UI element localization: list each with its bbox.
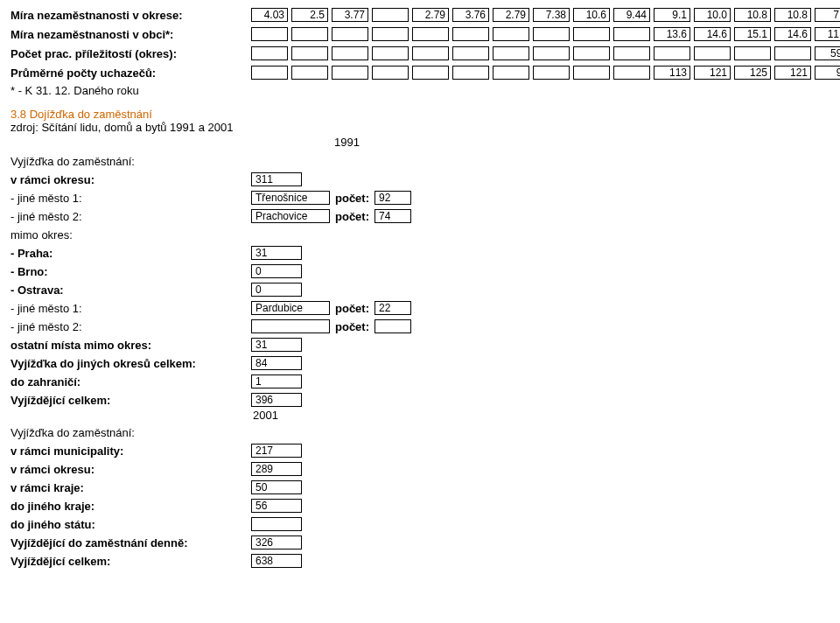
jine1-label: - jiné město 1: <box>10 192 251 205</box>
hdr-label-3: Průměrné počty uchazečů: <box>10 66 251 80</box>
year-2001: 2001 <box>253 409 278 422</box>
brno-label: - Brno: <box>10 265 251 278</box>
hdr-cells-0: 4.03 2.5 3.77 2.79 3.76 2.79 7.38 10.6 9… <box>251 8 840 22</box>
jineo1-txt: Pardubice <box>251 301 330 315</box>
hdr-cells-1: 13.6 14.6 15.1 14.6 11.1 12.4 <box>251 27 840 41</box>
footnote: * - K 31. 12. Daného roku <box>10 84 830 97</box>
pocet-label: počet: <box>335 192 369 205</box>
cell <box>251 46 288 60</box>
jstat-val <box>251 517 302 531</box>
cell <box>493 27 529 41</box>
mimo-label: mimo okres: <box>10 228 251 242</box>
hdr-cells-2: 592 1051 <box>251 46 840 60</box>
jineo2-label: - jiné město 2: <box>10 320 251 333</box>
ostrava-val: 0 <box>251 283 302 297</box>
cell <box>372 27 409 41</box>
jine2-txt: Prachovice <box>251 209 330 223</box>
cell: 10.6 <box>573 8 610 22</box>
cell <box>654 46 690 60</box>
cell <box>332 46 368 60</box>
mun-label: v rámci municipality: <box>10 444 251 458</box>
cell: 10.0 <box>694 8 731 22</box>
cell <box>291 46 328 60</box>
cell: 7.38 <box>533 8 570 22</box>
okres-val: 311 <box>251 172 302 186</box>
jkraj-val: 56 <box>251 499 302 513</box>
cell <box>251 27 288 41</box>
den-label: Vyjíždějící do zaměstnání denně: <box>10 536 251 550</box>
cell: 14.6 <box>694 27 731 41</box>
cell <box>533 46 570 60</box>
hdr-label-2: Počet prac. příležitostí (okres): <box>10 47 251 60</box>
zahr-label: do zahraničí: <box>10 375 251 388</box>
hdr-cells-3: 113 121 125 121 92 103 <box>251 66 840 80</box>
cell <box>533 27 570 41</box>
cell <box>613 66 650 80</box>
cell: 3.76 <box>452 8 489 22</box>
ostatni-val: 31 <box>251 338 302 352</box>
celkem2-label: Vyjíždějící celkem: <box>10 555 251 568</box>
jineo2-cnt <box>374 319 411 333</box>
praha-label: - Praha: <box>10 247 251 260</box>
jine2-label: - jiné město 2: <box>10 210 251 223</box>
den-val: 326 <box>251 536 302 550</box>
cell <box>412 66 449 80</box>
cell: 121 <box>694 66 731 80</box>
zahr-val: 1 <box>251 374 302 388</box>
cell: 3.77 <box>332 8 368 22</box>
okr-label: v rámci okresu: <box>10 463 251 476</box>
section-source: zdroj: Sčítání lidu, domů a bytů 1991 a … <box>10 121 233 134</box>
jkraj-label: do jiného kraje: <box>10 500 251 513</box>
mun-val: 217 <box>251 444 302 458</box>
jineo1-label: - jiné město 1: <box>10 302 251 315</box>
hdr-label-1: Míra nezaměstnanosti v obci*: <box>10 28 251 41</box>
cell <box>251 66 288 80</box>
cell <box>372 8 409 22</box>
cell <box>573 27 610 41</box>
cell <box>291 27 328 41</box>
cell <box>412 27 449 41</box>
cell <box>412 46 449 60</box>
cell <box>452 66 489 80</box>
praha-val: 31 <box>251 246 302 260</box>
sublabel-2001: Vyjížďka do zaměstnání: <box>10 426 251 439</box>
jineokr-label: Vyjížďka do jiných okresů celkem: <box>10 357 251 370</box>
celkem2-val: 638 <box>251 554 302 568</box>
hdr-label-0: Míra nezaměstnanosti v okrese: <box>10 9 251 22</box>
cell <box>613 46 650 60</box>
jineo1-cnt: 22 <box>374 301 411 315</box>
cell <box>533 66 570 80</box>
cell <box>291 66 328 80</box>
jine1-cnt: 92 <box>374 191 411 205</box>
cell: 9.1 <box>654 8 690 22</box>
header-row-1: Míra nezaměstnanosti v obci*: 13.6 14.6 … <box>10 26 830 42</box>
section-title: 3.8 Dojížďka do zaměstnání <box>10 108 152 121</box>
cell <box>774 46 811 60</box>
cell <box>493 46 529 60</box>
cell: 121 <box>774 66 811 80</box>
ostatni-label: ostatní místa mimo okres: <box>10 339 251 352</box>
kraj-val: 50 <box>251 480 302 494</box>
cell: 125 <box>734 66 771 80</box>
jstat-label: do jiného státu: <box>10 518 251 531</box>
cell: 15.1 <box>734 27 771 41</box>
cell <box>734 46 771 60</box>
header-row-3: Průměrné počty uchazečů: 113 121 125 121… <box>10 65 830 80</box>
section-header: 3.8 Dojížďka do zaměstnání zdroj: Sčítán… <box>10 108 830 134</box>
jineokr-val: 84 <box>251 356 302 370</box>
cell: 10.8 <box>734 8 771 22</box>
cell <box>573 46 610 60</box>
cell: 4.03 <box>251 8 288 22</box>
cell: 14.6 <box>774 27 811 41</box>
header-row-2: Počet prac. příležitostí (okres): 592 10… <box>10 46 830 61</box>
cell: 592 <box>815 46 840 60</box>
cell: 7.9 <box>815 8 840 22</box>
cell: 13.6 <box>654 27 690 41</box>
pocet-label: počet: <box>335 302 369 315</box>
cell <box>694 46 731 60</box>
pocet-label: počet: <box>335 320 369 333</box>
pocet-label: počet: <box>335 210 369 223</box>
brno-val: 0 <box>251 264 302 278</box>
ostrava-label: - Ostrava: <box>10 284 251 297</box>
cell: 10.8 <box>774 8 811 22</box>
